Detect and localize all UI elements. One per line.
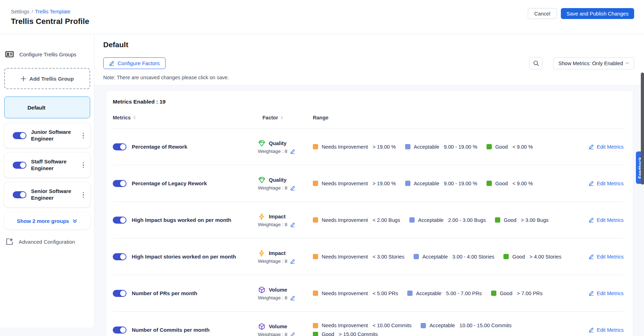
kebab-menu-icon[interactable]: [81, 191, 86, 199]
range-value: > 19.00 %: [372, 181, 396, 186]
metric-toggle[interactable]: [113, 217, 126, 224]
volume-cube-icon: [258, 286, 266, 294]
table-row: Percentage of Rework Quality Weightage :…: [113, 128, 624, 165]
add-trellis-group-button[interactable]: Add Trellis Group: [4, 68, 90, 89]
range-color-swatch: [409, 217, 415, 223]
group-card-staff[interactable]: Staff Software Engineer: [4, 153, 90, 178]
range-label: Good: [500, 291, 513, 296]
range-cell: Needs Improvement < 2.00 Bugs Acceptable…: [313, 217, 584, 223]
id-badge-icon: [5, 50, 14, 59]
group-card-default-selected[interactable]: Default: [4, 97, 90, 118]
range-cell: Needs Improvement > 19.00 % Acceptable 9…: [313, 181, 584, 186]
group-toggle[interactable]: [13, 162, 26, 169]
range-label: Acceptable: [429, 323, 455, 328]
range-color-swatch: [421, 323, 426, 328]
configure-factors-button[interactable]: Configure Factors: [103, 57, 166, 69]
metric-toggle[interactable]: [113, 143, 126, 150]
edit-cell: Edit Metrics: [584, 254, 624, 260]
edit-metrics-link[interactable]: Edit Metrics: [589, 144, 624, 150]
metric-cell: Number of PRs per month: [113, 290, 258, 297]
table-row: Number of Commits per month Volume Weigh…: [113, 311, 624, 336]
group-name: Senior Software Engineer: [31, 188, 75, 201]
edit-weightage-button[interactable]: [290, 295, 295, 300]
range-color-swatch: [313, 332, 318, 336]
volume-cube-icon: [258, 323, 266, 330]
metric-name: High Impact bugs worked on per month: [132, 217, 231, 224]
range-chip: Acceptable 9.00 - 19.00 %: [405, 181, 477, 186]
breadcrumb-settings[interactable]: Settings: [11, 9, 29, 14]
range-color-swatch: [313, 254, 318, 259]
show-metrics-select[interactable]: Show Metrics: Only Enabled: [553, 57, 634, 69]
table-row: Number of PRs per month Volume Weightage…: [113, 275, 624, 311]
sort-icon: [134, 116, 136, 120]
metric-toggle[interactable]: [113, 326, 126, 334]
column-header-range: Range: [313, 115, 584, 120]
metric-cell: Number of Commits per month: [113, 326, 258, 334]
group-toolbar: Default Configure Factors Show Metrics: …: [94, 34, 644, 86]
metric-toggle[interactable]: [113, 180, 126, 187]
metric-toggle[interactable]: [113, 290, 126, 297]
metric-toggle[interactable]: [113, 253, 126, 260]
quality-gem-icon: [258, 176, 266, 184]
kebab-menu-icon[interactable]: [81, 131, 86, 140]
range-value: > 19.00 %: [372, 144, 396, 150]
edit-weightage-button[interactable]: [290, 332, 295, 336]
group-card-junior[interactable]: Junior Software Engineer: [4, 123, 90, 148]
edit-weightage-button[interactable]: [290, 186, 295, 191]
advanced-configuration-link[interactable]: Advanced Configuration: [6, 238, 90, 245]
range-value: 3.00 - 4.00 Stories: [452, 254, 494, 260]
show-more-groups-button[interactable]: Show 2 more groups: [4, 212, 90, 229]
range-value: 5.00 - 7.00 PRs: [446, 291, 482, 296]
range-label: Good: [495, 144, 508, 150]
range-chip: Acceptable 9.00 - 19.00 %: [405, 144, 477, 150]
edit-metrics-link[interactable]: Edit Metrics: [589, 181, 624, 186]
column-header-metrics-label: Metrics: [113, 115, 131, 120]
kebab-menu-icon[interactable]: [81, 161, 86, 170]
quality-gem-icon: [258, 139, 266, 147]
edit-cell: Edit Metrics: [584, 144, 624, 150]
page-title: Trellis Central Profile: [11, 17, 89, 26]
factor-name: Impact: [269, 214, 286, 219]
save-and-publish-button[interactable]: Save and Publish Changes: [561, 8, 634, 19]
range-color-swatch: [313, 291, 318, 296]
edit-metrics-link[interactable]: Edit Metrics: [589, 217, 624, 223]
edit-weightage-button[interactable]: [290, 149, 295, 154]
range-label: Needs Improvement: [322, 291, 368, 296]
edit-metrics-link[interactable]: Edit Metrics: [589, 291, 624, 296]
edit-metrics-label: Edit Metrics: [597, 181, 624, 186]
unsaved-changes-note: Note: There are unsaved changes please c…: [103, 75, 634, 80]
range-color-swatch: [407, 291, 413, 296]
range-chip: Needs Improvement < 5.00 PRs: [313, 291, 398, 296]
table-row: High Impact stories worked on per month …: [113, 238, 624, 275]
plus-icon: [21, 76, 26, 81]
range-color-swatch: [405, 144, 410, 149]
edit-metrics-link[interactable]: Edit Metrics: [589, 327, 624, 333]
sidebar: Configure Trellis Groups Add Trellis Gro…: [0, 34, 94, 328]
edit-pencil-icon: [109, 61, 114, 66]
range-chip: Good > 4.00 Stories: [503, 254, 561, 260]
range-color-swatch: [405, 181, 410, 186]
cancel-button[interactable]: Cancel: [528, 8, 557, 19]
search-button[interactable]: [529, 57, 543, 69]
range-color-swatch: [503, 254, 509, 259]
group-toggle[interactable]: [13, 191, 26, 198]
edit-weightage-button[interactable]: [290, 259, 295, 264]
edit-metrics-link[interactable]: Edit Metrics: [589, 254, 624, 260]
group-card-senior[interactable]: Senior Software Engineer: [4, 182, 90, 207]
column-header-metrics[interactable]: Metrics: [113, 115, 258, 120]
breadcrumb-trellis-template[interactable]: Trellis Template: [35, 9, 70, 14]
configure-groups-label: Configure Trellis Groups: [19, 51, 76, 57]
vertical-scrollbar-thumb[interactable]: [641, 73, 644, 185]
metric-name: Percentage of Legacy Rework: [132, 180, 207, 187]
sort-icon: [281, 116, 283, 120]
range-label: Needs Improvement: [322, 181, 368, 186]
edit-cell: Edit Metrics: [584, 217, 624, 223]
edit-weightage-button[interactable]: [290, 222, 295, 227]
range-label: Good: [322, 331, 334, 336]
range-color-swatch: [313, 217, 318, 223]
group-toggle[interactable]: [13, 132, 26, 139]
range-label: Good: [512, 254, 525, 260]
column-header-factor[interactable]: Factor: [258, 115, 313, 120]
edit-metrics-label: Edit Metrics: [597, 144, 624, 150]
range-value: < 5.00 PRs: [372, 291, 398, 296]
